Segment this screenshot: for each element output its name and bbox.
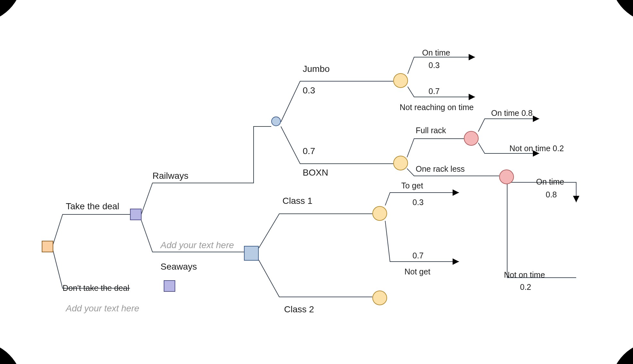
label-to-get: To get — [401, 181, 423, 190]
deal-decision-node[interactable] — [130, 209, 142, 220]
label-one-rack-less: One rack less — [416, 164, 465, 174]
label-fullrack-on-time: On time 0.8 — [491, 108, 533, 118]
label-dont-take: Don't take the deal — [63, 283, 129, 293]
class2-chance-node[interactable] — [372, 290, 387, 305]
seaways-decision-node[interactable] — [244, 246, 259, 261]
prob-onerack-not: 0.2 — [520, 282, 531, 292]
placeholder-mid[interactable]: Add your text here — [160, 240, 234, 250]
label-take-deal: Take the deal — [66, 201, 119, 212]
legend-square[interactable] — [164, 280, 175, 292]
label-onerack-on-time: On time — [536, 177, 564, 186]
prob-onerack-on-time: 0.8 — [546, 190, 557, 199]
full-rack-chance-node[interactable] — [464, 131, 479, 146]
label-not-get: Not get — [404, 267, 430, 276]
prob-to-get: 0.3 — [412, 198, 424, 207]
prob-jumbo-on-time: 0.3 — [429, 61, 440, 70]
boxn-chance-node[interactable] — [393, 156, 408, 170]
label-railways: Railways — [152, 171, 188, 181]
label-full-rack: Full rack — [416, 126, 446, 135]
label-jumbo-on-time: On time — [422, 48, 450, 57]
label-jumbo-not: Not reaching on time — [400, 103, 474, 112]
root-decision-node[interactable] — [42, 241, 53, 252]
jumbo-chance-node[interactable] — [393, 73, 408, 88]
label-seaways: Seaways — [160, 262, 197, 272]
one-rack-less-chance-node[interactable] — [499, 169, 514, 184]
label-class1: Class 1 — [282, 196, 312, 206]
label-fullrack-not: Not on time 0.2 — [509, 144, 564, 153]
label-class2: Class 2 — [284, 304, 314, 315]
prob-boxn: 0.7 — [303, 146, 315, 156]
prob-jumbo-not: 0.7 — [429, 87, 440, 96]
class1-chance-node[interactable] — [372, 206, 387, 221]
label-jumbo: Jumbo — [303, 64, 330, 74]
prob-jumbo: 0.3 — [303, 85, 315, 96]
placeholder-root[interactable]: Add your text here — [66, 303, 139, 314]
prob-not-get: 0.7 — [412, 251, 424, 260]
railways-chance-node[interactable] — [271, 117, 281, 126]
label-boxn: BOXN — [303, 168, 328, 178]
label-onerack-not: Not on time — [504, 270, 545, 280]
